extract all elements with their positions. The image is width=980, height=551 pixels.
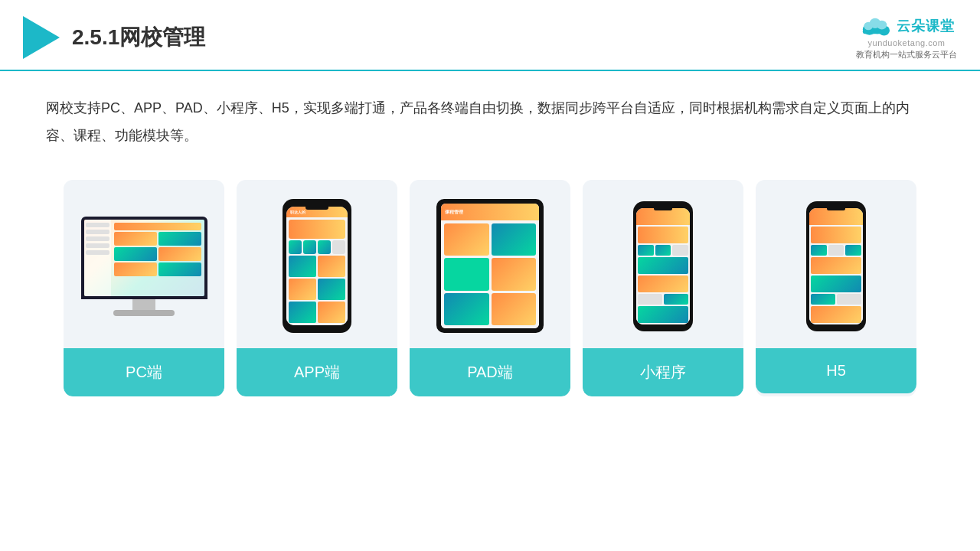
sidebar-item-3 (86, 236, 109, 241)
header: 2.5.1网校管理 云朵课堂 yunduoketang.com 教育机构一站式服… (0, 0, 980, 71)
screen-card-6 (158, 262, 201, 276)
phone-mini-row-1 (638, 245, 688, 256)
monitor-screen (84, 220, 204, 296)
monitor-screen-content (84, 220, 204, 296)
card-app-label: APP端 (237, 348, 397, 396)
card-app: 职达人的 (237, 180, 397, 396)
phone-course-row-3 (289, 302, 345, 323)
card-pc-image (64, 180, 224, 348)
phone-mini-banner (638, 227, 688, 243)
card-h5-label: H5 (756, 348, 916, 393)
screen-card-2 (158, 232, 201, 246)
phone-mini-body (636, 225, 690, 324)
card-miniprogram-label: 小程序 (583, 348, 743, 396)
card-pad-label: PAD端 (410, 348, 570, 396)
phone-screen-app: 职达人的 (286, 207, 348, 325)
screen-card-4 (158, 247, 201, 261)
logo-triangle-icon (23, 16, 60, 59)
phone-course-row-2 (289, 279, 345, 300)
screen-card-1 (114, 232, 157, 246)
sidebar-item-2 (86, 230, 109, 234)
brand-name-text: 云朵课堂 (897, 17, 955, 35)
phone-notch-app (305, 205, 328, 210)
screen-header (114, 223, 201, 230)
card-pc-label: PC端 (64, 348, 224, 396)
card-pad-image: 课程管理 (410, 180, 570, 348)
phone-h5-header (809, 208, 863, 225)
card-pc: PC端 (64, 180, 224, 396)
brand-info: 云朵课堂 yunduoketang.com 教育机构一站式服务云平台 (856, 14, 957, 60)
header-left: 2.5.1网校管理 (23, 16, 205, 59)
phone-h5-body (809, 225, 863, 324)
phone-course-row-1 (289, 256, 345, 277)
phone-mini-row-2 (638, 294, 688, 305)
screen-row-2 (114, 247, 201, 261)
brand-logo: 云朵课堂 (858, 14, 955, 38)
cloud-logo-icon (858, 14, 892, 38)
phone-h5-screen (809, 208, 863, 324)
brand-slogan: 教育机构一站式服务云平台 (856, 49, 957, 60)
card-miniprogram-image (583, 180, 743, 348)
card-pad: 课程管理 PAD端 (410, 180, 570, 396)
sidebar-item-1 (86, 223, 109, 227)
phone-mini-notch (654, 207, 672, 210)
card-app-image: 职达人的 (237, 180, 397, 348)
screen-card-3 (114, 247, 157, 261)
svg-point-5 (864, 22, 873, 30)
sidebar-item-5 (86, 250, 109, 255)
card-h5-image (756, 180, 916, 348)
phone-h5-notch (827, 207, 845, 210)
phone-banner-app (289, 220, 345, 239)
screen-card-5 (114, 262, 157, 276)
monitor-base (113, 310, 175, 316)
tablet-mockup: 课程管理 (436, 199, 544, 333)
phone-h5-banner (811, 227, 861, 243)
phone-mini-screen (636, 208, 690, 324)
brand-url: yunduoketang.com (868, 38, 946, 47)
card-miniprogram: 小程序 (583, 180, 743, 396)
phone-h5-row-2 (811, 294, 861, 305)
screen-sidebar (84, 220, 111, 296)
monitor-screen-outer (81, 217, 207, 299)
platform-cards: PC端 职达人的 (0, 165, 980, 419)
screen-row-1 (114, 232, 201, 246)
tablet-screen: 课程管理 (441, 204, 539, 328)
phone-h5-row-1 (811, 245, 861, 256)
phone-screen-body-app (286, 217, 348, 325)
svg-rect-3 (863, 29, 887, 34)
phone-mockup-h5 (806, 201, 866, 331)
description-text: 网校支持PC、APP、PAD、小程序、H5，实现多端打通，产品各终端自由切换，数… (0, 71, 980, 165)
screen-row-3 (114, 262, 201, 276)
monitor-neck (132, 299, 155, 310)
svg-point-6 (877, 21, 887, 30)
tablet-screen-body (441, 220, 539, 328)
sidebar-item-4 (86, 243, 109, 248)
phone-icons-row-app (289, 240, 345, 254)
phone-mini-header (636, 208, 690, 225)
page-title: 2.5.1网校管理 (72, 23, 205, 52)
monitor-mockup (81, 217, 207, 316)
phone-mockup-mini (633, 201, 693, 331)
screen-main (111, 220, 204, 296)
phone-mockup-app: 职达人的 (283, 199, 351, 333)
card-h5: H5 (756, 180, 916, 396)
tablet-screen-header: 课程管理 (441, 204, 539, 220)
